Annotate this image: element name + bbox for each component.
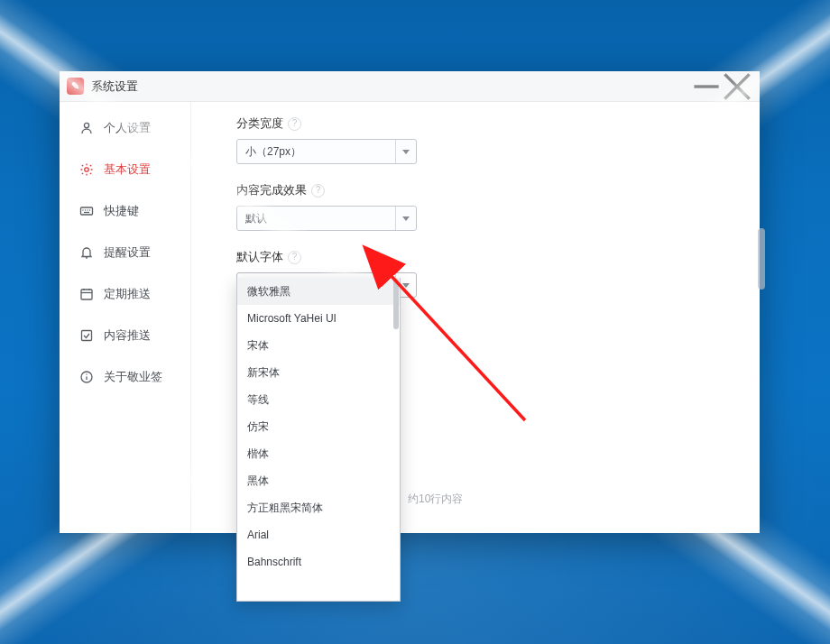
sidebar-item-label: 个人设置	[104, 120, 151, 136]
settings-window: ✎ 系统设置 个人设置	[60, 71, 760, 533]
done-effect-select[interactable]: 默认	[236, 206, 417, 231]
field-label: 内容完成效果 ?	[236, 182, 742, 198]
window-scrollbar[interactable]	[758, 228, 765, 290]
chevron-down-icon	[395, 207, 416, 230]
font-option[interactable]: 楷体	[237, 440, 400, 467]
window-title: 系统设置	[91, 78, 691, 95]
field-label: 默认字体 ?	[236, 249, 742, 265]
font-option[interactable]: Arial	[237, 521, 400, 548]
gear-icon	[79, 162, 94, 177]
font-option[interactable]: 等线	[237, 386, 400, 413]
chevron-down-icon	[395, 140, 416, 163]
font-option[interactable]: Bahnschrift	[237, 548, 400, 575]
font-option[interactable]: 黑体	[237, 467, 400, 494]
font-option[interactable]: 仿宋	[237, 413, 400, 440]
help-icon[interactable]: ?	[311, 184, 325, 198]
font-option[interactable]: 新宋体	[237, 359, 400, 386]
font-option[interactable]: 方正粗黑宋简体	[237, 494, 400, 521]
font-option[interactable]: Microsoft YaHei UI	[237, 305, 400, 332]
sidebar-item-label: 提醒设置	[104, 244, 151, 261]
desktop-background: ✎ 系统设置 个人设置	[0, 0, 830, 644]
sidebar-item-about[interactable]: 关于敬业签	[60, 356, 190, 398]
sidebar-item-label: 基本设置	[104, 161, 151, 178]
field-category-width: 分类宽度 ? 小（27px）	[236, 115, 742, 164]
close-button[interactable]	[722, 71, 752, 101]
svg-rect-11	[81, 290, 92, 299]
help-icon[interactable]: ?	[288, 117, 301, 131]
sidebar-item-personal[interactable]: 个人设置	[60, 107, 190, 149]
keyboard-icon	[79, 204, 94, 218]
calendar-icon	[79, 287, 94, 301]
user-icon	[79, 121, 94, 135]
label-text: 内容完成效果	[236, 182, 307, 198]
row-hint-text: 约10行内容	[408, 492, 463, 507]
window-body: 个人设置 基本设置 快捷键	[60, 102, 760, 533]
sidebar-item-label: 内容推送	[104, 327, 151, 344]
sidebar-item-label: 关于敬业签	[104, 369, 162, 385]
push-icon	[79, 328, 94, 343]
default-font-dropdown[interactable]: 微软雅黑Microsoft YaHei UI宋体新宋体等线仿宋楷体黑体方正粗黑宋…	[236, 278, 401, 602]
help-icon[interactable]: ?	[288, 251, 301, 264]
dropdown-scrollbar[interactable]	[393, 279, 399, 329]
label-text: 分类宽度	[236, 115, 283, 132]
select-value: 小（27px）	[245, 144, 301, 160]
font-option[interactable]: 微软雅黑	[237, 278, 400, 305]
sidebar-item-schedule[interactable]: 定期推送	[60, 273, 190, 315]
sidebar-item-shortcut[interactable]: 快捷键	[60, 190, 190, 232]
svg-point-3	[84, 123, 88, 127]
category-width-select[interactable]: 小（27px）	[236, 139, 417, 164]
sidebar-item-label: 快捷键	[104, 203, 139, 219]
sidebar: 个人设置 基本设置 快捷键	[60, 102, 191, 533]
sidebar-item-remind[interactable]: 提醒设置	[60, 232, 190, 273]
bell-icon	[79, 245, 94, 260]
titlebar: ✎ 系统设置	[60, 71, 760, 102]
info-icon	[79, 370, 94, 384]
svg-point-4	[85, 168, 88, 171]
select-value: 默认	[245, 211, 267, 226]
label-text: 默认字体	[236, 249, 283, 265]
minimize-button[interactable]	[691, 71, 722, 101]
sidebar-item-content[interactable]: 内容推送	[60, 315, 190, 356]
sidebar-item-basic[interactable]: 基本设置	[60, 149, 190, 190]
svg-rect-15	[82, 331, 92, 341]
svg-rect-5	[81, 207, 93, 215]
field-label: 分类宽度 ?	[236, 115, 742, 132]
sidebar-item-label: 定期推送	[104, 286, 151, 302]
app-icon: ✎	[67, 78, 84, 95]
field-done-effect: 内容完成效果 ? 默认	[236, 182, 742, 231]
font-option[interactable]: 宋体	[237, 332, 400, 359]
